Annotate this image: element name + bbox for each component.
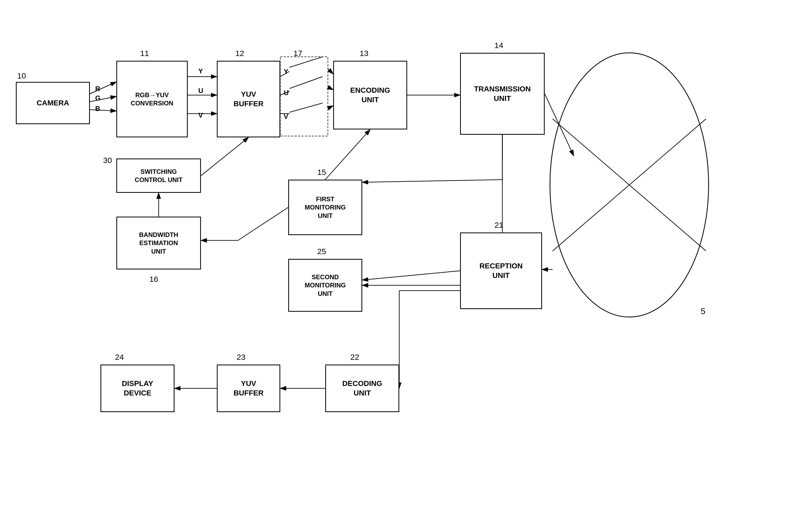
ref-5: 5 xyxy=(701,306,705,316)
ref-30: 30 xyxy=(103,156,112,165)
ref-24: 24 xyxy=(115,353,124,362)
svg-line-40 xyxy=(362,271,460,280)
svg-rect-14 xyxy=(280,57,328,136)
yuv-buffer-enc-block: YUVBUFFER xyxy=(217,61,280,137)
svg-line-27 xyxy=(328,87,333,90)
ref-11: 11 xyxy=(140,49,149,58)
svg-line-36 xyxy=(362,180,502,182)
svg-text:V: V xyxy=(284,113,288,121)
svg-line-2 xyxy=(90,82,116,94)
svg-text:U: U xyxy=(198,87,203,94)
camera-block: CAMERA xyxy=(16,82,90,124)
svg-text:B: B xyxy=(95,104,100,113)
svg-line-20 xyxy=(289,103,322,112)
rgb-yuv-block: RGB→YUVCONVERSION xyxy=(116,61,188,137)
svg-text:G: G xyxy=(95,94,101,102)
svg-line-32 xyxy=(553,119,706,251)
svg-line-26 xyxy=(328,69,333,74)
ref-14: 14 xyxy=(495,41,503,50)
svg-line-24 xyxy=(280,91,289,95)
svg-text:Y: Y xyxy=(284,68,288,76)
svg-line-45 xyxy=(201,137,248,176)
switching-block: SWITCHINGCONTROL UNIT xyxy=(116,159,201,193)
diagram: R G B Y U V Y U V xyxy=(0,0,812,508)
svg-line-30 xyxy=(545,94,574,156)
svg-line-19 xyxy=(289,77,322,88)
ref-17: 17 xyxy=(294,49,302,58)
svg-line-18 xyxy=(289,57,322,67)
transmission-block: TRANSMISSIONUNIT xyxy=(460,53,545,135)
first-monitoring-block: FIRSTMONITORINGUNIT xyxy=(288,180,362,235)
yuv-buffer-dec-block: YUVBUFFER xyxy=(217,365,280,412)
reception-block: RECEPTIONUNIT xyxy=(460,232,542,309)
svg-line-41 xyxy=(238,207,288,241)
ref-25: 25 xyxy=(317,247,326,256)
svg-line-4 xyxy=(90,110,116,111)
ref-12: 12 xyxy=(235,49,244,58)
svg-text:Y: Y xyxy=(198,67,203,75)
svg-text:R: R xyxy=(95,85,100,93)
svg-point-31 xyxy=(550,53,709,317)
decoding-block: DECODINGUNIT xyxy=(325,365,399,412)
svg-text:V: V xyxy=(198,111,203,119)
svg-line-33 xyxy=(553,119,706,251)
second-monitoring-block: SECONDMONITORINGUNIT xyxy=(288,259,362,312)
ref-23: 23 xyxy=(237,353,245,362)
ref-10: 10 xyxy=(17,71,26,80)
svg-line-43 xyxy=(325,129,370,180)
svg-text:U: U xyxy=(284,89,289,97)
bandwidth-block: BANDWIDTHESTIMATIONUNIT xyxy=(116,217,201,269)
ref-13: 13 xyxy=(359,49,368,58)
svg-line-28 xyxy=(328,106,333,108)
svg-line-23 xyxy=(280,71,289,77)
display-block: DISPLAYDEVICE xyxy=(101,365,175,412)
ref-22: 22 xyxy=(350,353,359,362)
ref-21: 21 xyxy=(495,221,503,229)
svg-line-3 xyxy=(90,96,116,102)
encoding-block: ENCODINGUNIT xyxy=(333,61,407,129)
ref-16: 16 xyxy=(149,275,158,284)
ref-15: 15 xyxy=(317,168,326,177)
